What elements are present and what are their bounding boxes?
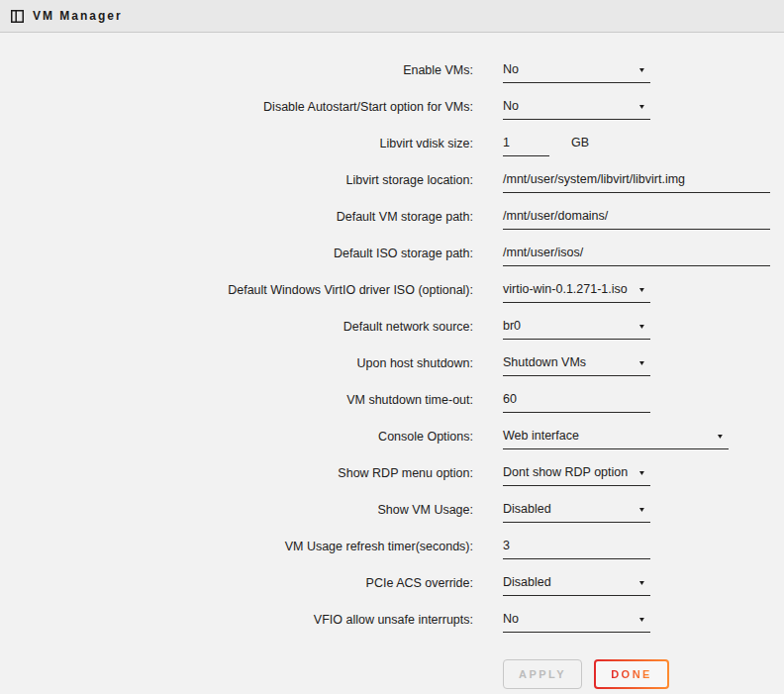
form-row-libvirt-vdisk-size: Libvirt vdisk size:1GB <box>0 127 784 163</box>
vm-manager-settings-form: Enable VMs:No▼Disable Autostart/Start op… <box>0 33 784 640</box>
select-vfio-allow-unsafe-interrupts[interactable]: No▼ <box>503 603 650 633</box>
form-row-default-iso-storage-path: Default ISO storage path:/mnt/user/isos/ <box>0 237 784 273</box>
field-label-vm-usage-refresh-timer: VM Usage refresh timer(seconds): <box>0 530 473 566</box>
field-value: virtio-win-0.1.271-1.iso <box>503 282 628 296</box>
field-label-show-vm-usage: Show VM Usage: <box>0 493 473 530</box>
form-row-default-vm-storage-path: Default VM storage path:/mnt/user/domain… <box>0 200 784 237</box>
input-libvirt-storage-location[interactable]: /mnt/user/system/libvirt/libvirt.img <box>503 163 770 193</box>
select-disable-autostart[interactable]: No▼ <box>503 90 650 120</box>
field-value: Dont show RDP option <box>503 465 628 479</box>
input-vm-shutdown-timeout[interactable]: 60 <box>503 383 650 413</box>
field-value: No <box>503 62 519 76</box>
page-header: VM Manager <box>0 0 784 33</box>
form-row-vm-usage-refresh-timer: VM Usage refresh timer(seconds):3 <box>0 530 784 566</box>
form-row-libvirt-storage-location: Libvirt storage location:/mnt/user/syste… <box>0 163 784 200</box>
field-label-default-network-source: Default network source: <box>0 310 473 347</box>
field-label-libvirt-storage-location: Libvirt storage location: <box>0 163 473 200</box>
select-virtio-driver-iso[interactable]: virtio-win-0.1.271-1.iso▼ <box>503 273 650 303</box>
field-label-default-iso-storage-path: Default ISO storage path: <box>0 237 473 273</box>
chevron-down-icon: ▼ <box>637 103 645 110</box>
field-label-show-rdp-menu-option: Show RDP menu option: <box>0 456 473 493</box>
select-upon-host-shutdown[interactable]: Shutdown VMs▼ <box>503 347 650 376</box>
form-row-vm-shutdown-timeout: VM shutdown time-out:60 <box>0 383 784 420</box>
chevron-down-icon: ▼ <box>637 66 645 73</box>
columns-icon <box>11 10 24 23</box>
unit-label: GB <box>571 127 589 149</box>
select-default-network-source[interactable]: br0▼ <box>503 310 650 340</box>
page-title: VM Manager <box>33 9 123 23</box>
field-label-console-options: Console Options: <box>0 420 473 456</box>
input-default-iso-storage-path[interactable]: /mnt/user/isos/ <box>503 237 770 266</box>
select-pcie-acs-override[interactable]: Disabled▼ <box>503 566 650 596</box>
field-value: 1 <box>503 136 510 149</box>
field-value: /mnt/user/system/libvirt/libvirt.img <box>503 172 685 186</box>
form-row-upon-host-shutdown: Upon host shutdown:Shutdown VMs▼ <box>0 347 784 383</box>
form-row-virtio-driver-iso: Default Windows VirtIO driver ISO (optio… <box>0 273 784 310</box>
field-label-upon-host-shutdown: Upon host shutdown: <box>0 347 473 383</box>
field-label-default-vm-storage-path: Default VM storage path: <box>0 200 473 237</box>
input-libvirt-vdisk-size[interactable]: 1 <box>503 127 549 156</box>
field-label-libvirt-vdisk-size: Libvirt vdisk size: <box>0 127 473 163</box>
chevron-down-icon: ▼ <box>637 469 645 476</box>
chevron-down-icon: ▼ <box>637 506 645 513</box>
field-value: Web interface <box>503 429 579 443</box>
field-label-enable-vms: Enable VMs: <box>0 53 473 90</box>
field-value: No <box>503 612 519 626</box>
field-value: /mnt/user/isos/ <box>503 246 583 259</box>
done-button-label: DONE <box>611 668 652 680</box>
field-label-disable-autostart: Disable Autostart/Start option for VMs: <box>0 90 473 127</box>
field-value: No <box>503 99 519 113</box>
chevron-down-icon: ▼ <box>637 323 645 330</box>
form-row-disable-autostart: Disable Autostart/Start option for VMs:N… <box>0 90 784 127</box>
field-value: Disabled <box>503 502 551 516</box>
select-show-vm-usage[interactable]: Disabled▼ <box>503 493 650 523</box>
form-row-show-rdp-menu-option: Show RDP menu option:Dont show RDP optio… <box>0 456 784 493</box>
form-row-pcie-acs-override: PCIe ACS override:Disabled▼ <box>0 566 784 603</box>
chevron-down-icon: ▼ <box>637 579 645 586</box>
field-label-vm-shutdown-timeout: VM shutdown time-out: <box>0 383 473 420</box>
form-row-default-network-source: Default network source:br0▼ <box>0 310 784 347</box>
select-enable-vms[interactable]: No▼ <box>503 53 650 83</box>
done-button[interactable]: DONE <box>594 659 669 689</box>
field-value: br0 <box>503 319 521 333</box>
form-row-vfio-allow-unsafe-interrupts: VFIO allow unsafe interrupts:No▼ <box>0 603 784 640</box>
field-value: 3 <box>503 539 510 552</box>
field-label-pcie-acs-override: PCIe ACS override: <box>0 566 473 603</box>
apply-button[interactable]: APPLY <box>503 659 582 689</box>
select-show-rdp-menu-option[interactable]: Dont show RDP option▼ <box>503 456 650 486</box>
form-row-show-vm-usage: Show VM Usage:Disabled▼ <box>0 493 784 530</box>
field-value: Shutdown VMs <box>503 355 586 369</box>
select-console-options[interactable]: Web interface▼ <box>503 420 729 449</box>
field-label-virtio-driver-iso: Default Windows VirtIO driver ISO (optio… <box>0 273 473 310</box>
chevron-down-icon: ▼ <box>637 359 645 366</box>
form-footer: APPLY DONE <box>503 659 784 689</box>
chevron-down-icon: ▼ <box>637 286 645 293</box>
input-vm-usage-refresh-timer[interactable]: 3 <box>503 530 650 559</box>
chevron-down-icon: ▼ <box>716 433 724 440</box>
form-row-enable-vms: Enable VMs:No▼ <box>0 53 784 90</box>
field-label-vfio-allow-unsafe-interrupts: VFIO allow unsafe interrupts: <box>0 603 473 640</box>
input-default-vm-storage-path[interactable]: /mnt/user/domains/ <box>503 200 770 230</box>
field-value: 60 <box>503 392 517 406</box>
chevron-down-icon: ▼ <box>637 616 645 623</box>
form-row-console-options: Console Options:Web interface▼ <box>0 420 784 456</box>
field-value: Disabled <box>503 575 551 589</box>
field-value: /mnt/user/domains/ <box>503 209 608 223</box>
